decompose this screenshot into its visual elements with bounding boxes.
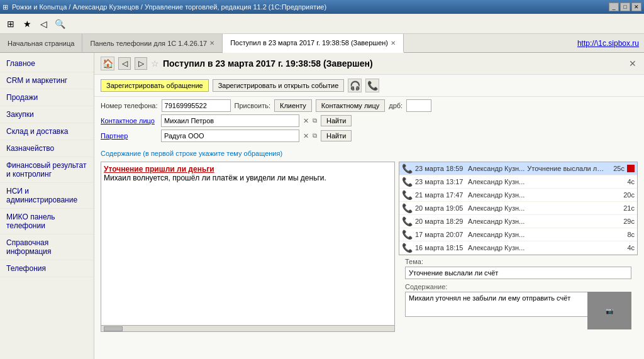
phone-icon[interactable]: 📞 — [365, 79, 379, 92]
call-row[interactable]: 📞 21 марта 17:47 Александр Кузн... 20с — [399, 189, 637, 202]
call-red-indicator — [627, 165, 635, 172]
sidebar-item-telefonia[interactable]: Телефония — [0, 260, 94, 277]
search-icon[interactable]: 🔍 — [53, 17, 67, 31]
call-row[interactable]: 📞 16 марта 18:15 Александр Кузн... 4с — [399, 241, 637, 255]
form-title: Поступил в 23 марта 2017 г. 19:38:58 (За… — [163, 58, 624, 69]
call-user: Александр Кузн... — [468, 204, 525, 212]
drb-input[interactable] — [406, 99, 431, 112]
tab-call[interactable]: Поступил в 23 марта 2017 г. 19:38:58 (За… — [223, 34, 404, 53]
call-list: 📞 23 марта 18:59 Александр Кузн... Уточн… — [399, 162, 638, 255]
phone-input[interactable] — [162, 99, 231, 112]
phone-row: Номер телефона: Присвоить: Клиенту Конта… — [101, 99, 638, 112]
call-user: Александр Кузн... — [468, 165, 525, 172]
call-row[interactable]: 📞 20 марта 19:05 Александр Кузн... 21с — [399, 202, 637, 215]
register-open-button[interactable]: Зарегистрировать и открыть событие — [213, 79, 345, 92]
call-row[interactable]: 📞 23 марта 18:59 Александр Кузн... Уточн… — [399, 162, 637, 175]
horizontal-scrollbar[interactable] — [101, 325, 394, 331]
minimize-button[interactable]: _ — [609, 3, 619, 11]
sidebar-item-sklad[interactable]: Склад и доставка — [0, 123, 94, 140]
tab-telephony-close[interactable]: ✕ — [209, 40, 214, 47]
sidebar-item-crm[interactable]: CRM и маркетинг — [0, 72, 94, 89]
call-date: 20 марта 18:29 — [415, 218, 465, 225]
contact-input[interactable] — [161, 114, 299, 127]
drb-label: дрб: — [389, 102, 402, 109]
contact-copy-icon[interactable]: ⧉ — [313, 117, 317, 124]
call-row[interactable]: 📞 17 марта 20:07 Александр Кузн... 8с — [399, 228, 637, 241]
call-phone-icon: 📞 — [402, 177, 413, 187]
partner-copy-icon[interactable]: ⧉ — [313, 132, 317, 140]
call-user: Александр Кузн... — [468, 231, 525, 238]
sidebar-item-miko[interactable]: МИКО панель телефонии — [0, 209, 94, 235]
sidebar-item-finresult[interactable]: Финансовый результат и контролинг — [0, 157, 94, 183]
form-star-button[interactable]: ☆ — [151, 58, 159, 69]
partner-clear-icon[interactable]: ✕ — [303, 132, 309, 140]
call-phone-icon: 📞 — [402, 190, 413, 200]
call-phone-icon: 📞 — [402, 229, 413, 240]
maximize-button[interactable]: □ — [620, 3, 630, 11]
sidebar-item-spravka[interactable]: Справочная информация — [0, 235, 94, 260]
tab-home[interactable]: Начальная страница — [0, 34, 82, 52]
text-line2: Михаил волнуется, прошёл ли платёж и уви… — [104, 174, 392, 182]
phone-photo: 📷 — [587, 292, 631, 329]
form-toolbar: Зарегистрировать обращение Зарегистриров… — [94, 75, 644, 97]
call-phone-icon: 📞 — [402, 203, 413, 213]
contact-find-button[interactable]: Найти — [321, 115, 352, 126]
text-area-container[interactable]: Уточнение пришли ли деньги Михаил волнуе… — [101, 162, 395, 332]
sidebar-item-kaznacheystvo[interactable]: Казначейство — [0, 140, 94, 157]
content-label: Содержание: — [405, 283, 631, 290]
sidebar-item-zakupki[interactable]: Закупки — [0, 106, 94, 123]
register-appeal-button[interactable]: Зарегистрировать обращение — [101, 79, 209, 92]
tab-telephony-label: Панель телефонии для 1С 1.4.26.17 — [90, 40, 207, 47]
call-user: Александр Кузн... — [468, 244, 525, 251]
theme-value: Уточнение выслали ли счёт — [405, 267, 631, 279]
call-user: Александр Кузн... — [468, 218, 525, 225]
scrollbar-thumb[interactable] — [104, 326, 123, 331]
back-icon[interactable]: ◁ — [36, 17, 50, 31]
form-close-button[interactable]: ✕ — [628, 58, 638, 69]
contact-label[interactable]: Контактное лицо — [101, 117, 157, 124]
form-fields: Номер телефона: Присвоить: Клиенту Конта… — [94, 97, 644, 147]
tab-call-close[interactable]: ✕ — [391, 40, 396, 47]
sidebar-item-nsi[interactable]: НСИ и администрирование — [0, 183, 94, 209]
call-date: 16 марта 18:15 — [415, 244, 465, 251]
call-duration: 21с — [619, 204, 635, 212]
contact-row: Контактное лицо ✕ ⧉ Найти — [101, 114, 638, 127]
call-date: 20 марта 19:05 — [415, 204, 465, 212]
call-user: Александр Кузн... — [468, 178, 525, 185]
sipbox-link[interactable]: http://\1c.sipbox.ru — [577, 39, 639, 48]
sidebar-item-glavnoe[interactable]: Главное — [0, 55, 94, 72]
close-window-button[interactable]: ✕ — [631, 3, 641, 11]
form-home-button[interactable]: 🏠 — [101, 57, 114, 70]
form-back-button[interactable]: ◁ — [118, 57, 131, 70]
partner-input[interactable] — [161, 130, 299, 142]
call-row[interactable]: 📞 20 марта 18:29 Александр Кузн... 29с — [399, 215, 637, 228]
text-content: Уточнение пришли ли деньги Михаил волнуе… — [104, 165, 392, 182]
call-desc: Уточнение выслали ли ... — [527, 165, 606, 172]
title-bar-text: Рожки и Копытца / Александр Кузнецов / У… — [12, 3, 326, 11]
form-header: 🏠 ◁ ▷ ☆ Поступил в 23 марта 2017 г. 19:3… — [94, 53, 644, 75]
window-controls[interactable]: _ □ ✕ — [609, 3, 641, 11]
content-section-label: Содержание (в первой строке укажите тему… — [94, 147, 644, 162]
call-date: 23 марта 18:59 — [415, 165, 465, 172]
assign-contact-button[interactable]: Контактному лицу — [316, 99, 385, 112]
assign-client-button[interactable]: Клиенту — [274, 99, 312, 112]
star-icon[interactable]: ★ — [20, 17, 34, 31]
grid-icon[interactable]: ⊞ — [4, 17, 18, 31]
content-description-label: Содержание (в первой строке укажите тему… — [101, 150, 638, 157]
contact-clear-icon[interactable]: ✕ — [303, 117, 309, 125]
assign-label: Присвоить: — [235, 102, 270, 109]
right-panel: 📞 23 марта 18:59 Александр Кузн... Уточн… — [399, 162, 638, 332]
call-duration: 4с — [619, 244, 635, 251]
call-phone-icon: 📞 — [402, 216, 413, 226]
call-phone-icon: 📞 — [402, 243, 413, 253]
tabs-bar: Начальная страница Панель телефонии для … — [0, 34, 644, 53]
partner-label[interactable]: Партнер — [101, 132, 157, 140]
call-row[interactable]: 📞 23 марта 13:17 Александр Кузн... 4с — [399, 175, 637, 189]
form-forward-button[interactable]: ▷ — [135, 57, 147, 70]
sidebar-item-prodazhi[interactable]: Продажи — [0, 89, 94, 106]
partner-find-button[interactable]: Найти — [321, 130, 352, 141]
tab-telephony[interactable]: Панель телефонии для 1С 1.4.26.17 ✕ — [82, 34, 223, 52]
content-area: 🏠 ◁ ▷ ☆ Поступил в 23 марта 2017 г. 19:3… — [94, 53, 644, 359]
headset-icon[interactable]: 🎧 — [348, 79, 362, 92]
call-duration: 4с — [619, 178, 635, 185]
